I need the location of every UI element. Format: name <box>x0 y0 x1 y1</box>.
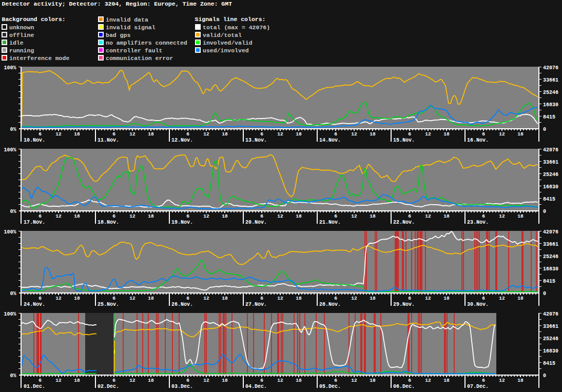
svg-text:6: 6 <box>482 131 485 137</box>
svg-text:18: 18 <box>148 131 154 137</box>
svg-text:18: 18 <box>370 213 376 219</box>
svg-text:12: 12 <box>425 213 431 219</box>
svg-text:25246: 25246 <box>543 172 558 178</box>
svg-text:6: 6 <box>260 213 263 219</box>
svg-text:07.Dec.: 07.Dec. <box>467 384 489 389</box>
svg-text:communication error: communication error <box>106 55 173 62</box>
svg-text:12: 12 <box>129 213 135 219</box>
svg-text:05.Dec.: 05.Dec. <box>319 384 341 389</box>
svg-text:12: 12 <box>203 296 209 301</box>
svg-text:18.Nov.: 18.Nov. <box>98 220 119 225</box>
svg-text:12.Nov.: 12.Nov. <box>171 138 193 143</box>
svg-text:18: 18 <box>517 131 524 137</box>
svg-text:0: 0 <box>543 127 546 132</box>
svg-text:6: 6 <box>112 131 115 137</box>
svg-text:12: 12 <box>55 131 62 137</box>
svg-text:02.Dec.: 02.Dec. <box>98 384 119 389</box>
svg-text:04.Dec.: 04.Dec. <box>245 384 267 389</box>
svg-text:0: 0 <box>543 373 546 379</box>
svg-text:18: 18 <box>222 131 228 137</box>
svg-text:12: 12 <box>129 296 135 301</box>
svg-text:6: 6 <box>408 296 411 301</box>
svg-text:18: 18 <box>296 296 302 301</box>
svg-text:33661: 33661 <box>543 324 558 329</box>
svg-text:12: 12 <box>425 378 431 383</box>
svg-text:21.Nov.: 21.Nov. <box>319 220 341 225</box>
svg-text:6: 6 <box>334 378 337 383</box>
svg-text:42076: 42076 <box>543 147 558 153</box>
svg-text:Background colors:: Background colors: <box>2 16 66 23</box>
svg-text:19.Nov.: 19.Nov. <box>171 220 193 225</box>
svg-text:12: 12 <box>203 378 209 383</box>
svg-text:12: 12 <box>55 378 62 383</box>
svg-text:12: 12 <box>499 213 505 219</box>
svg-text:0%: 0% <box>10 373 16 379</box>
svg-text:14.Nov.: 14.Nov. <box>319 138 341 143</box>
svg-text:16830: 16830 <box>543 266 558 272</box>
svg-text:18: 18 <box>222 296 228 301</box>
svg-text:12: 12 <box>351 213 357 219</box>
svg-text:18: 18 <box>222 378 228 383</box>
svg-text:idle: idle <box>9 40 24 46</box>
svg-text:6: 6 <box>38 378 42 383</box>
svg-text:25.Nov.: 25.Nov. <box>98 302 119 307</box>
svg-text:100%: 100% <box>4 311 16 317</box>
svg-text:involved/valid: involved/valid <box>203 40 253 46</box>
svg-text:0: 0 <box>543 209 546 214</box>
svg-text:13.Nov.: 13.Nov. <box>245 138 267 143</box>
svg-text:offline: offline <box>9 32 34 38</box>
svg-text:11.Nov.: 11.Nov. <box>98 138 119 143</box>
svg-text:100%: 100% <box>4 147 16 153</box>
svg-text:10.Nov.: 10.Nov. <box>24 138 45 143</box>
svg-text:12: 12 <box>351 378 357 383</box>
svg-text:6: 6 <box>186 378 189 383</box>
svg-text:6: 6 <box>408 131 411 137</box>
svg-text:6: 6 <box>482 213 485 219</box>
svg-text:valid/total: valid/total <box>203 32 242 38</box>
svg-text:29.Nov.: 29.Nov. <box>393 302 415 307</box>
svg-text:30.Nov.: 30.Nov. <box>467 302 489 307</box>
svg-text:invalid data: invalid data <box>106 16 148 23</box>
svg-text:25246: 25246 <box>543 90 558 95</box>
svg-text:12: 12 <box>277 378 283 383</box>
svg-text:18: 18 <box>370 131 376 137</box>
svg-text:6: 6 <box>186 296 189 301</box>
svg-text:6: 6 <box>334 213 337 219</box>
svg-text:18: 18 <box>74 378 80 383</box>
svg-text:6: 6 <box>482 296 485 301</box>
svg-text:invalid signal: invalid signal <box>106 24 156 31</box>
svg-text:42076: 42076 <box>543 311 558 317</box>
svg-text:42076: 42076 <box>543 65 558 71</box>
svg-text:18: 18 <box>148 296 154 301</box>
svg-text:Detector activity; Detector: 3: Detector activity; Detector: 3204, Regio… <box>2 1 232 7</box>
svg-text:18: 18 <box>517 213 524 219</box>
svg-text:6: 6 <box>112 213 115 219</box>
svg-text:12: 12 <box>499 296 505 301</box>
svg-text:27.Nov.: 27.Nov. <box>245 302 267 307</box>
svg-text:8415: 8415 <box>543 279 555 284</box>
svg-text:Signals line colors:: Signals line colors: <box>195 16 266 23</box>
svg-text:6: 6 <box>38 213 42 219</box>
svg-text:used/involved: used/involved <box>203 47 249 54</box>
svg-text:16.Nov.: 16.Nov. <box>467 138 489 143</box>
svg-text:18: 18 <box>517 296 524 301</box>
svg-text:16830: 16830 <box>543 102 558 108</box>
svg-text:18: 18 <box>443 213 450 219</box>
svg-text:12: 12 <box>203 131 209 137</box>
svg-text:18: 18 <box>296 131 302 137</box>
svg-text:controller fault: controller fault <box>106 47 162 54</box>
svg-text:33661: 33661 <box>543 242 558 247</box>
svg-text:0%: 0% <box>10 127 16 132</box>
svg-text:100%: 100% <box>4 65 16 71</box>
svg-text:18: 18 <box>443 378 450 383</box>
svg-text:12: 12 <box>425 296 431 301</box>
svg-text:6: 6 <box>334 296 337 301</box>
svg-text:28.Nov.: 28.Nov. <box>319 302 341 307</box>
svg-text:total (max = 42076): total (max = 42076) <box>203 24 270 31</box>
svg-text:0%: 0% <box>10 209 16 214</box>
svg-text:running: running <box>9 47 34 54</box>
svg-text:33661: 33661 <box>543 77 558 83</box>
svg-text:0: 0 <box>543 291 546 297</box>
svg-text:6: 6 <box>260 296 263 301</box>
svg-text:26.Nov.: 26.Nov. <box>171 302 193 307</box>
